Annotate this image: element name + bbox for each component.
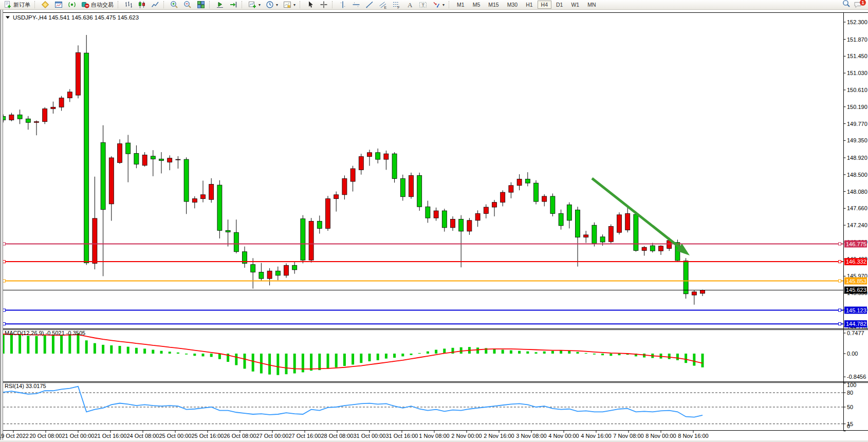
svg-text:151.450: 151.450 (847, 53, 867, 59)
svg-text:148.920: 148.920 (847, 155, 867, 161)
line-handle[interactable] (839, 243, 841, 245)
chevron-down-icon: ▾ (276, 3, 278, 7)
indicators-button[interactable]: ▾ (246, 1, 263, 9)
notifications-button[interactable]: 1 (854, 1, 864, 9)
horizontal-line-tool-button[interactable] (350, 1, 362, 9)
bar-chart-mode-button[interactable] (122, 1, 135, 9)
signals-button[interactable] (66, 1, 78, 9)
svg-text:2 Nov 00:00: 2 Nov 00:00 (451, 433, 482, 439)
timeframe-mn-button[interactable]: MN (584, 1, 599, 9)
price-level-label: 145.123 (844, 307, 867, 314)
shift-icon (229, 1, 237, 9)
svg-text:150.190: 150.190 (847, 104, 867, 110)
svg-text:144.782: 144.782 (846, 321, 866, 327)
text-label-tool-button[interactable]: T (417, 1, 429, 9)
line-handle[interactable] (3, 261, 6, 263)
svg-text:31 Oct 00:00: 31 Oct 00:00 (354, 433, 386, 439)
new-order-button[interactable]: 新订单 (2, 1, 32, 9)
svg-text:27 Oct 00:00: 27 Oct 00:00 (256, 433, 289, 439)
line-handle[interactable] (3, 280, 6, 282)
svg-text:151.030: 151.030 (847, 70, 867, 76)
trendline-tool-button[interactable] (363, 1, 376, 9)
timeframe-m1-button[interactable]: M1 (453, 1, 468, 9)
svg-text:146.332: 146.332 (846, 259, 866, 265)
clock-icon (266, 1, 274, 9)
svg-text:148.080: 148.080 (847, 189, 867, 195)
rsi-indicator-label: RSI(14) 33.0175 (5, 383, 46, 389)
linechart-icon (151, 1, 159, 9)
tile-windows-button[interactable] (195, 1, 207, 9)
equidistant-channel-tool-button[interactable]: E (377, 1, 389, 9)
tile-icon (197, 1, 205, 9)
line-handle[interactable] (839, 280, 841, 282)
vertical-line-tool-button[interactable] (337, 1, 349, 9)
line-handle[interactable] (839, 323, 841, 325)
text-a-icon: A (405, 1, 414, 9)
line-handle[interactable] (3, 243, 6, 245)
line-handle[interactable] (3, 323, 6, 325)
svg-text:150.610: 150.610 (847, 87, 867, 93)
line-handle[interactable] (3, 309, 6, 311)
price-level-label: 145.853 (844, 278, 867, 285)
svg-text:147.660: 147.660 (847, 205, 867, 211)
cursor-tool-button[interactable] (304, 1, 317, 9)
toolbar-separator (449, 1, 451, 8)
svg-text:7 Nov 08:00: 7 Nov 08:00 (613, 433, 643, 439)
candlestick-mode-button[interactable] (136, 1, 148, 9)
timeframe-w1-button[interactable]: W1 (567, 1, 583, 9)
svg-text:28 Oct 08:00: 28 Oct 08:00 (321, 433, 354, 439)
svg-text:21 Oct 16:00: 21 Oct 16:00 (95, 433, 127, 439)
auto-trading-button[interactable]: 自动交易 (79, 1, 116, 9)
line-handle[interactable] (839, 261, 841, 263)
fibonacci-tool-button[interactable]: F (390, 1, 402, 9)
gold-diamond-button[interactable] (39, 1, 51, 9)
zoom-out-icon (183, 1, 192, 9)
svg-text:24 Oct 08:00: 24 Oct 08:00 (127, 433, 159, 439)
zoom-out-button[interactable] (181, 1, 194, 9)
templates-button[interactable]: ▾ (281, 1, 298, 9)
autotrade-icon (81, 1, 89, 9)
chevron-down-icon: ▾ (293, 3, 296, 7)
svg-text:2 Nov 16:00: 2 Nov 16:00 (484, 433, 514, 439)
chart-shift-button[interactable] (227, 1, 239, 9)
template-icon (283, 1, 291, 9)
toolbar-separator (34, 1, 37, 8)
text-tool-button[interactable]: A (403, 1, 416, 9)
timeframe-d1-button[interactable]: D1 (552, 1, 566, 9)
notification-badge: 1 (860, 0, 866, 6)
svg-text:27 Oct 16:00: 27 Oct 16:00 (289, 433, 321, 439)
timeframe-m30-button[interactable]: M30 (504, 1, 521, 9)
crosshair-tool-button[interactable] (318, 1, 330, 9)
svg-text:1 Nov 08:00: 1 Nov 08:00 (419, 433, 449, 439)
timeframe-h1-button[interactable]: H1 (522, 1, 536, 9)
toolbar-separator (209, 1, 212, 8)
new-chart-button[interactable] (52, 1, 65, 9)
gold-diamond-icon (41, 1, 49, 9)
chart-window-icon (54, 1, 63, 9)
line-handle[interactable] (839, 309, 841, 311)
svg-text:4 Nov 00:00: 4 Nov 00:00 (548, 433, 579, 439)
timeframe-h4-button[interactable]: H4 (538, 1, 551, 9)
channel-icon: E (379, 1, 387, 9)
svg-text:25 Oct 00:00: 25 Oct 00:00 (159, 433, 192, 439)
toolbar-separator (332, 1, 335, 8)
periods-button[interactable]: ▾ (264, 1, 280, 9)
svg-text:8 Nov 16:00: 8 Nov 16:00 (678, 433, 708, 439)
toolbar: 新订单自动交易▾▾▾EFAT▾M1M5M15M30H1H4D1W1MN1 (0, 0, 868, 10)
svg-text:145.123: 145.123 (846, 307, 866, 314)
timeframe-m15-button[interactable]: M15 (485, 1, 502, 9)
arrows-tool-button[interactable]: ▾ (430, 1, 447, 9)
chart-canvas[interactable]: 152.300151.870151.450151.030150.610150.1… (0, 0, 868, 442)
svg-text:145.853: 145.853 (846, 278, 866, 284)
timeframe-m5-button[interactable]: M5 (469, 1, 484, 9)
search-button[interactable] (842, 0, 851, 10)
svg-text:F: F (398, 6, 400, 9)
toolbar-separator (118, 1, 120, 8)
line-chart-mode-button[interactable] (149, 1, 161, 9)
bars-icon (124, 1, 133, 9)
auto-scroll-button[interactable] (214, 1, 226, 9)
svg-text:-0.8456: -0.8456 (847, 374, 866, 380)
vline-icon (339, 1, 347, 9)
zoom-in-button[interactable] (168, 1, 180, 9)
svg-text:149.350: 149.350 (847, 137, 867, 143)
